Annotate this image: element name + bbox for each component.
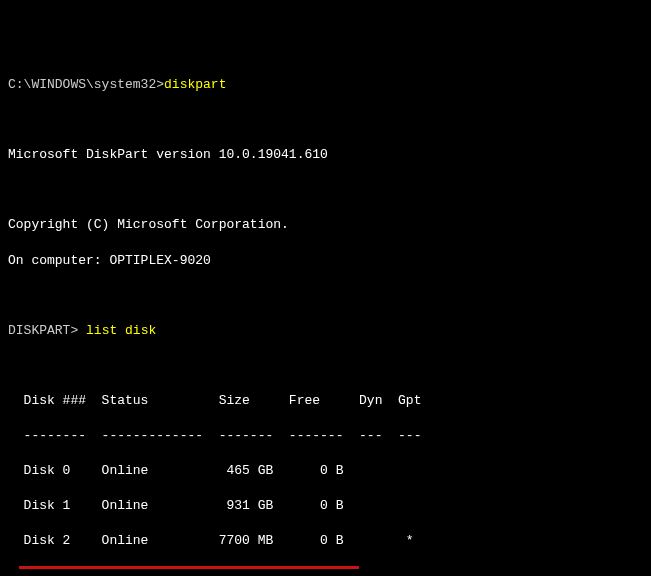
copyright-line: Copyright (C) Microsoft Corporation.	[8, 216, 643, 234]
cmd-prompt: C:\WINDOWS\system32>	[8, 77, 164, 92]
blank-line	[8, 287, 643, 305]
computer-line: On computer: OPTIPLEX-9020	[8, 252, 643, 270]
blank-line	[8, 357, 643, 375]
disk-table-header: Disk ### Status Size Free Dyn Gpt	[8, 392, 643, 410]
version-line: Microsoft DiskPart version 10.0.19041.61…	[8, 146, 643, 164]
cmd-diskpart: diskpart	[164, 77, 226, 92]
disk-table-divider: -------- ------------- ------- ------- -…	[8, 427, 643, 445]
disk-row: Disk 1 Online 931 GB 0 B	[8, 497, 643, 515]
blank-line	[8, 111, 643, 129]
highlight-underline	[19, 566, 359, 569]
diskpart-prompt: DISKPART>	[8, 323, 78, 338]
blank-line	[8, 181, 643, 199]
disk-row: Disk 0 Online 465 GB 0 B	[8, 462, 643, 480]
cmd-line[interactable]: C:\WINDOWS\system32>diskpart	[8, 76, 643, 94]
disk-row: Disk 2 Online 7700 MB 0 B *	[8, 532, 643, 550]
diskpart-line[interactable]: DISKPART> list disk	[8, 322, 643, 340]
cmd-list-disk: list disk	[86, 323, 156, 338]
